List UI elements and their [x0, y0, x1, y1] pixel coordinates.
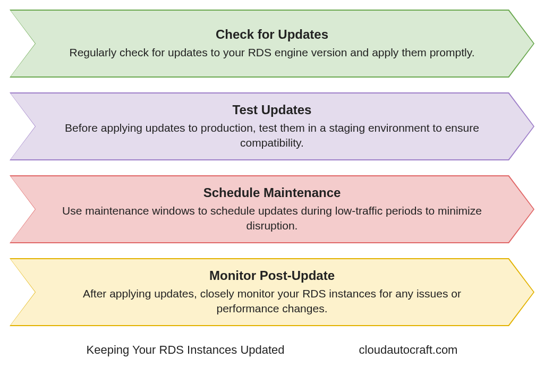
arrow-fill: Monitor Post-Update After applying updat…	[11, 259, 533, 325]
footer-caption: Keeping Your RDS Instances Updated	[87, 343, 285, 357]
step-title: Schedule Maintenance	[203, 185, 341, 200]
arrow-fill: Test Updates Before applying updates to …	[11, 93, 533, 159]
arrow-fill: Check for Updates Regularly check for up…	[11, 11, 533, 76]
step-description: Before applying updates to production, t…	[53, 121, 491, 151]
step-test-updates: Test Updates Before applying updates to …	[10, 92, 534, 160]
step-check-for-updates: Check for Updates Regularly check for up…	[10, 10, 534, 78]
step-title: Test Updates	[233, 103, 312, 117]
step-monitor-post-update: Monitor Post-Update After applying updat…	[10, 258, 534, 326]
step-description: Use maintenance windows to schedule upda…	[53, 203, 491, 234]
step-schedule-maintenance: Schedule Maintenance Use maintenance win…	[10, 175, 534, 243]
step-title: Check for Updates	[216, 27, 328, 42]
step-title: Monitor Post-Update	[209, 268, 335, 283]
footer: Keeping Your RDS Instances Updated cloud…	[10, 343, 534, 357]
step-description: After applying updates, closely monitor …	[53, 286, 491, 317]
step-description: Regularly check for updates to your RDS …	[69, 45, 474, 60]
arrow-fill: Schedule Maintenance Use maintenance win…	[11, 176, 533, 242]
footer-site: cloudautocraft.com	[359, 343, 458, 357]
